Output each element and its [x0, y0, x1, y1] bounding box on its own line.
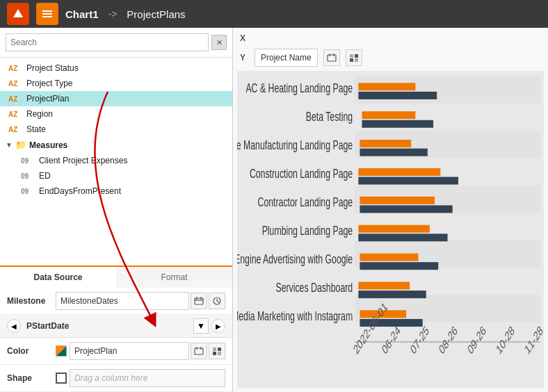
breadcrumb-arrow: ->: [108, 8, 118, 19]
main-layout: ✕ AZ Project Status AZ Project Type AZ P…: [0, 28, 548, 392]
color-swatch[interactable]: [56, 345, 67, 357]
pstartdate-dropdown[interactable]: ▼: [193, 318, 209, 334]
color-icon-btn2[interactable]: [209, 343, 225, 359]
prev-button[interactable]: ◀: [7, 319, 21, 333]
svg-rect-44: [360, 140, 411, 147]
svg-rect-24: [355, 58, 358, 62]
folder-icon: 📁: [15, 140, 26, 150]
bottom-tabs: Data Source Format: [0, 266, 232, 288]
topbar: Chart1 -> ProjectPlans: [0, 0, 548, 28]
field-type-az: AZ: [8, 80, 22, 88]
field-name: Project Type: [26, 79, 72, 88]
color-value: ProjectPlan: [74, 346, 184, 356]
svg-rect-51: [358, 234, 447, 241]
collapse-triangle: ▼: [6, 141, 13, 149]
search-input[interactable]: [6, 33, 209, 51]
svg-rect-18: [328, 55, 336, 61]
shape-row: Shape Drag a column here: [0, 365, 232, 392]
measures-label: Measures: [29, 140, 67, 150]
svg-rect-21: [350, 54, 353, 58]
app-logo-red: [7, 3, 29, 25]
pstartdate-row: ◀ PStartDate ▼ ▶: [0, 315, 232, 338]
milestone-value: MilestoneDates: [61, 296, 184, 306]
svg-rect-16: [213, 352, 216, 355]
shape-value-box: Drag a column here: [70, 369, 225, 387]
svg-text:Services Dashboard: Services Dashboard: [275, 280, 353, 294]
svg-rect-42: [362, 111, 415, 119]
field-type-az: AZ: [8, 111, 22, 118]
field-type-az: AZ: [8, 126, 22, 133]
svg-text:Social Media Marketing with In: Social Media Marketing with Instagram: [237, 309, 353, 322]
chart-svg: AC & Heating Landing Page Beta Testing C…: [237, 71, 544, 388]
field-name: Region: [26, 109, 53, 119]
search-close-button[interactable]: ✕: [211, 35, 227, 50]
field-type-az: AZ: [8, 65, 22, 72]
svg-rect-2: [42, 13, 52, 15]
svg-line-10: [217, 301, 219, 302]
field-type-az: AZ: [8, 95, 22, 103]
color-row: Color ProjectPlan: [0, 338, 232, 365]
svg-rect-48: [360, 197, 435, 204]
svg-rect-3: [42, 16, 52, 17]
shape-placeholder: Drag a column here: [74, 373, 147, 383]
pstartdate-dropdown-text: ▼: [197, 321, 205, 331]
field-item-ed[interactable]: 09 ED: [0, 168, 232, 183]
svg-marker-0: [13, 9, 23, 17]
field-item-project-status[interactable]: AZ Project Status: [0, 60, 232, 76]
svg-rect-40: [358, 83, 415, 90]
svg-rect-1: [42, 10, 52, 12]
svg-rect-14: [213, 348, 216, 351]
y-icon-btn1[interactable]: [323, 49, 340, 66]
milestone-label: Milestone: [7, 296, 56, 306]
svg-rect-54: [358, 281, 410, 289]
field-name: Project Status: [26, 63, 79, 73]
field-item-enddaysfrompresent[interactable]: 09 EndDaysFromPresent: [0, 183, 232, 199]
svg-rect-47: [358, 177, 458, 185]
tab-format[interactable]: Format: [116, 267, 232, 288]
svg-text:Plumbing Landing Page: Plumbing Landing Page: [262, 223, 353, 237]
field-name: ProjectPlan: [26, 94, 69, 104]
field-name: Client Project Expenses: [39, 156, 127, 165]
svg-text:Search Engine Advertising with: Search Engine Advertising with Google: [237, 252, 353, 266]
x-axis-row: X: [233, 28, 548, 46]
svg-rect-22: [355, 54, 358, 58]
field-type-num: 09: [21, 172, 35, 180]
y-axis-label: Y: [240, 53, 250, 63]
svg-rect-45: [360, 149, 427, 156]
milestone-icon-btn1[interactable]: [191, 293, 207, 309]
svg-text:Concrete Manufacturing Landing: Concrete Manufacturing Landing Page: [237, 138, 353, 152]
svg-rect-50: [358, 225, 430, 233]
y-axis-value: Project Name: [261, 53, 312, 63]
field-type-num: 09: [21, 188, 35, 195]
chart-subtitle: ProjectPlans: [127, 8, 185, 20]
search-area: ✕: [0, 28, 232, 58]
measures-header[interactable]: ▼ 📁 Measures: [0, 137, 232, 153]
field-item-project-type[interactable]: AZ Project Type: [0, 76, 232, 91]
svg-rect-55: [358, 291, 426, 298]
field-name: State: [26, 124, 46, 134]
y-value-box: Project Name: [255, 49, 318, 67]
color-label: Color: [7, 346, 56, 356]
next-button[interactable]: ▶: [211, 319, 225, 333]
field-item-state[interactable]: AZ State: [0, 122, 232, 137]
svg-text:AC & Heating Landing Page: AC & Heating Landing Page: [245, 81, 353, 95]
tab-datasource[interactable]: Data Source: [0, 266, 116, 288]
shape-label: Shape: [7, 373, 56, 383]
svg-rect-41: [358, 92, 437, 99]
color-icon-btn1[interactable]: [191, 343, 207, 359]
svg-text:Contractor Landing Page: Contractor Landing Page: [258, 195, 353, 209]
config-area: Milestone MilestoneDates ◀ PStartDate ▼: [0, 288, 232, 392]
milestone-icon-btn2[interactable]: [209, 293, 225, 309]
svg-rect-46: [358, 168, 440, 176]
app-logo-orange: [36, 3, 58, 25]
field-name: ED: [39, 171, 51, 181]
x-axis-label: X: [240, 33, 250, 43]
shape-swatch: [56, 373, 67, 384]
y-icon-btn2[interactable]: [346, 49, 362, 66]
field-item-region[interactable]: AZ Region: [0, 106, 232, 122]
field-type-num: 09: [21, 157, 35, 165]
y-axis-row: Y Project Name: [233, 46, 548, 71]
field-item-client-project-expenses[interactable]: 09 Client Project Expenses: [0, 153, 232, 168]
svg-rect-23: [350, 58, 353, 62]
field-item-projectplan[interactable]: AZ ProjectPlan: [0, 91, 232, 106]
